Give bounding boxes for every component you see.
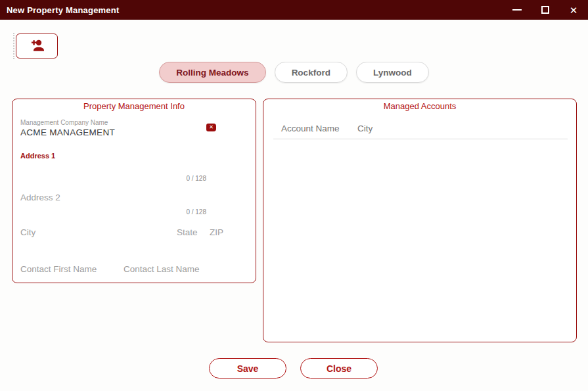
address2-char-counter: 0 / 128 [20,208,206,216]
minimize-icon [512,9,522,11]
panel-title: Property Management Info [12,101,256,111]
address1-char-counter: 0 / 128 [20,175,206,182]
minimize-button[interactable] [512,5,522,15]
city-input[interactable] [20,225,170,241]
zip-input[interactable] [210,225,242,241]
close-button[interactable]: Close [300,358,378,379]
tab-rolling-meadows[interactable]: Rolling Meadows [159,62,265,83]
clear-field-icon[interactable]: ✕ [206,124,216,131]
company-name-label: Management Company Name [20,119,108,126]
address2-input[interactable] [20,191,217,206]
property-management-info-panel: Property Management Info Management Comp… [12,99,256,283]
grid-header-divider [273,139,568,139]
close-icon: ✕ [570,5,578,15]
address1-input[interactable] [20,160,217,172]
location-tabs: Rolling Meadows Rockford Lynwood [0,62,588,83]
window-controls: ✕ [512,5,588,15]
panel-title: Managed Accounts [263,101,576,111]
maximize-icon [541,6,549,14]
maximize-button[interactable] [540,5,551,15]
save-button[interactable]: Save [209,358,286,379]
tab-lynwood[interactable]: Lynwood [356,62,429,83]
window-title: New Property Management [0,5,119,15]
close-window-button[interactable]: ✕ [568,5,579,15]
tab-rockford[interactable]: Rockford [275,62,348,83]
column-header-city: City [357,124,373,133]
person-add-icon [28,37,46,55]
state-input[interactable] [177,225,200,241]
managed-accounts-panel: Managed Accounts Account Name City [263,99,577,342]
company-name-input[interactable] [20,126,217,139]
toolbar-drag-handle [13,33,14,59]
contact-first-name-input[interactable] [20,262,116,277]
titlebar: New Property Management ✕ [0,0,588,20]
contact-last-name-input[interactable] [124,262,219,277]
address1-label: Address 1 [20,152,55,160]
column-header-account-name: Account Name [281,124,340,133]
add-property-management-button[interactable] [16,34,58,58]
